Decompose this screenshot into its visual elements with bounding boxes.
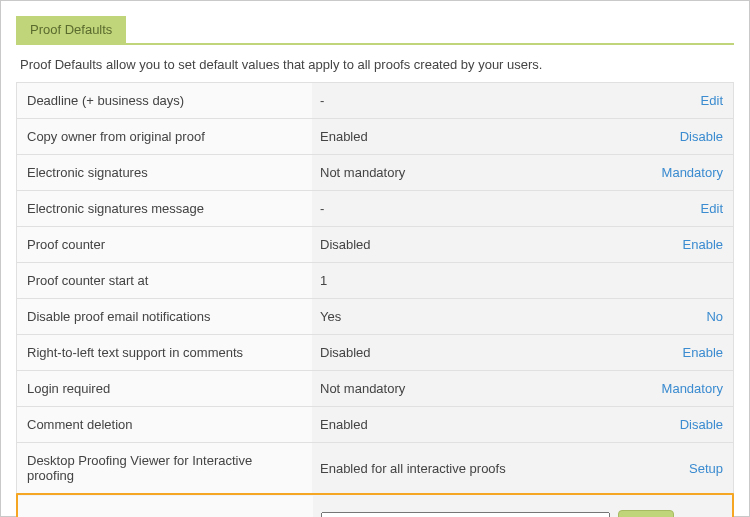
label-proof-counter: Proof counter — [17, 227, 312, 262]
tab-proof-defaults[interactable]: Proof Defaults — [16, 16, 126, 43]
value-deadline: - — [312, 93, 693, 108]
action-no-disable-email[interactable]: No — [698, 309, 723, 324]
label-desktop-viewer: Desktop Proofing Viewer for Interactive … — [17, 443, 312, 493]
settings-panel: Proof Defaults Proof Defaults allow you … — [0, 0, 750, 517]
label-comment-deletion: Comment deletion — [17, 407, 312, 442]
action-disable-comment-deletion[interactable]: Disable — [672, 417, 723, 432]
value-esign: Not mandatory — [312, 165, 654, 180]
action-enable-proof-counter[interactable]: Enable — [675, 237, 723, 252]
row-disable-email: Disable proof email notifications Yes No — [17, 299, 733, 335]
label-login-required: Login required — [17, 371, 312, 406]
value-at-risk-time: 24 hours Save — [313, 510, 674, 517]
action-edit-deadline[interactable]: Edit — [693, 93, 723, 108]
value-desktop-viewer: Enabled for all interactive proofs — [312, 461, 681, 476]
value-rtl: Disabled — [312, 345, 675, 360]
action-enable-rtl[interactable]: Enable — [675, 345, 723, 360]
save-button[interactable]: Save — [618, 510, 674, 517]
row-copy-owner: Copy owner from original proof Enabled D… — [17, 119, 733, 155]
select-at-risk-time[interactable]: 24 hours — [321, 512, 610, 517]
intro-text: Proof Defaults allow you to set default … — [16, 45, 734, 82]
label-esign: Electronic signatures — [17, 155, 312, 190]
label-at-risk-time: At risk time — [18, 496, 313, 517]
action-mandatory-login[interactable]: Mandatory — [654, 381, 723, 396]
row-esign: Electronic signatures Not mandatory Mand… — [17, 155, 733, 191]
action-disable-copy-owner[interactable]: Disable — [672, 129, 723, 144]
value-copy-owner: Enabled — [312, 129, 672, 144]
value-disable-email: Yes — [312, 309, 698, 324]
row-deadline: Deadline (+ business days) - Edit — [17, 83, 733, 119]
value-login-required: Not mandatory — [312, 381, 654, 396]
label-proof-counter-start: Proof counter start at — [17, 263, 312, 298]
row-rtl: Right-to-left text support in comments D… — [17, 335, 733, 371]
label-rtl: Right-to-left text support in comments — [17, 335, 312, 370]
settings-table: Deadline (+ business days) - Edit Copy o… — [16, 82, 734, 494]
label-disable-email: Disable proof email notifications — [17, 299, 312, 334]
row-comment-deletion: Comment deletion Enabled Disable — [17, 407, 733, 443]
row-desktop-viewer: Desktop Proofing Viewer for Interactive … — [17, 443, 733, 494]
row-at-risk-time: At risk time 24 hours Save Cancel — [18, 495, 732, 517]
value-proof-counter: Disabled — [312, 237, 675, 252]
action-setup-desktop-viewer[interactable]: Setup — [681, 461, 723, 476]
label-esign-message: Electronic signatures message — [17, 191, 312, 226]
value-proof-counter-start: 1 — [312, 273, 723, 288]
row-proof-counter: Proof counter Disabled Enable — [17, 227, 733, 263]
value-comment-deletion: Enabled — [312, 417, 672, 432]
tabbar: Proof Defaults — [16, 16, 734, 45]
row-proof-counter-start: Proof counter start at 1 — [17, 263, 733, 299]
action-mandatory-esign[interactable]: Mandatory — [654, 165, 723, 180]
label-copy-owner: Copy owner from original proof — [17, 119, 312, 154]
label-deadline: Deadline (+ business days) — [17, 83, 312, 118]
row-esign-message: Electronic signatures message - Edit — [17, 191, 733, 227]
at-risk-highlight: At risk time 24 hours Save Cancel At ris… — [16, 493, 734, 517]
row-login-required: Login required Not mandatory Mandatory — [17, 371, 733, 407]
value-esign-message: - — [312, 201, 693, 216]
action-edit-esign-message[interactable]: Edit — [693, 201, 723, 216]
